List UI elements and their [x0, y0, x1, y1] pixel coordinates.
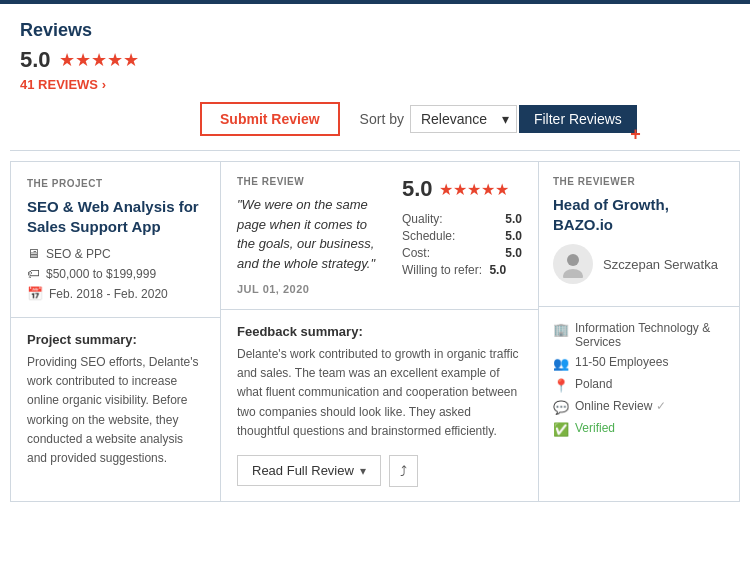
filter-plus-icon: +: [630, 125, 641, 143]
people-icon: 👥: [553, 356, 569, 371]
project-date-range: Feb. 2018 - Feb. 2020: [49, 287, 168, 301]
monitor-icon: 🖥: [27, 246, 40, 261]
chat-icon: 💬: [553, 400, 569, 415]
tag-icon: 🏷: [27, 266, 40, 281]
read-full-review-button[interactable]: Read Full Review ▾: [237, 455, 381, 486]
verified-label: Verified: [575, 421, 615, 435]
share-icon: ⤴: [400, 463, 407, 479]
verified-item: ✅ Verified: [553, 421, 725, 437]
reviewer-size: 11-50 Employees: [575, 355, 668, 369]
project-budget: $50,000 to $199,999: [46, 267, 156, 281]
willing-value: 5.0: [489, 263, 506, 277]
avatar: [553, 244, 593, 284]
review-date: JUL 01, 2020: [237, 283, 386, 295]
review-quote: "We were on the same page when it comes …: [237, 195, 386, 273]
project-title: SEO & Web Analysis for Sales Support App: [27, 197, 204, 236]
reviews-count-link[interactable]: 41 REVIEWS: [20, 77, 730, 92]
reviewer-section-label: THE REVIEWER: [553, 176, 725, 187]
cost-value: 5.0: [505, 246, 522, 260]
svg-point-0: [567, 254, 579, 266]
reviewer-industry-item: 🏢 Information Technology & Services: [553, 321, 725, 349]
sort-label: Sort by: [360, 111, 404, 127]
project-category-item: 🖥 SEO & PPC: [27, 246, 204, 261]
filter-reviews-button[interactable]: Filter Reviews: [519, 105, 637, 133]
reviewer-size-item: 👥 11-50 Employees: [553, 355, 725, 371]
rating-detail: 5.0 ★★★★★ Quality: 5.0 Schedule: 5.0 Cos…: [402, 176, 522, 295]
willing-label: Willing to refer:: [402, 263, 482, 277]
project-summary-title: Project summary:: [27, 332, 204, 347]
review-card: THE PROJECT SEO & Web Analysis for Sales…: [10, 161, 740, 502]
share-button[interactable]: ⤴: [389, 455, 418, 487]
chevron-down-icon: ▾: [360, 464, 366, 478]
industry-icon: 🏢: [553, 322, 569, 337]
overall-rating: 5.0: [20, 47, 51, 73]
checkmark-icon: ✓: [656, 399, 666, 413]
reviewer-person-name: Szczepan Serwatka: [603, 257, 718, 272]
feedback-text: Delante's work contributed to growth in …: [237, 345, 522, 441]
overall-stars: ★★★★★: [59, 49, 139, 71]
reviewer-location-item: 📍 Poland: [553, 377, 725, 393]
reviews-title: Reviews: [20, 20, 730, 41]
svg-point-1: [563, 269, 583, 278]
schedule-label: Schedule:: [402, 229, 455, 243]
online-review-label: Online Review: [575, 399, 652, 413]
schedule-value: 5.0: [505, 229, 522, 243]
project-budget-item: 🏷 $50,000 to $199,999: [27, 266, 204, 281]
review-type-text: Online Review ✓: [575, 399, 666, 413]
verified-icon: ✅: [553, 422, 569, 437]
reviewer-location: Poland: [575, 377, 612, 391]
calendar-icon: 📅: [27, 286, 43, 301]
project-date-item: 📅 Feb. 2018 - Feb. 2020: [27, 286, 204, 301]
cost-row: Cost: 5.0: [402, 246, 522, 260]
review-rating-stars: ★★★★★: [439, 180, 509, 199]
project-section-label: THE PROJECT: [27, 178, 204, 189]
reviewer-title: Head of Growth, BAZO.io: [553, 195, 725, 234]
quality-value: 5.0: [505, 212, 522, 226]
location-icon: 📍: [553, 378, 569, 393]
cost-label: Cost:: [402, 246, 430, 260]
sort-select[interactable]: Relevance Newest Oldest: [410, 105, 517, 133]
project-summary-text: Providing SEO efforts, Delante's work co…: [27, 353, 204, 468]
schedule-row: Schedule: 5.0: [402, 229, 522, 243]
read-full-review-label: Read Full Review: [252, 463, 354, 478]
review-type-item: 💬 Online Review ✓: [553, 399, 725, 415]
quality-row: Quality: 5.0: [402, 212, 522, 226]
submit-review-button[interactable]: Submit Review: [200, 102, 340, 136]
willing-row: Willing to refer: 5.0: [402, 263, 522, 277]
feedback-title: Feedback summary:: [237, 324, 522, 339]
reviewer-industry: Information Technology & Services: [575, 321, 725, 349]
review-rating-number: 5.0: [402, 176, 433, 202]
quality-label: Quality:: [402, 212, 443, 226]
project-category: SEO & PPC: [46, 247, 111, 261]
review-section-label: THE REVIEW: [237, 176, 386, 187]
